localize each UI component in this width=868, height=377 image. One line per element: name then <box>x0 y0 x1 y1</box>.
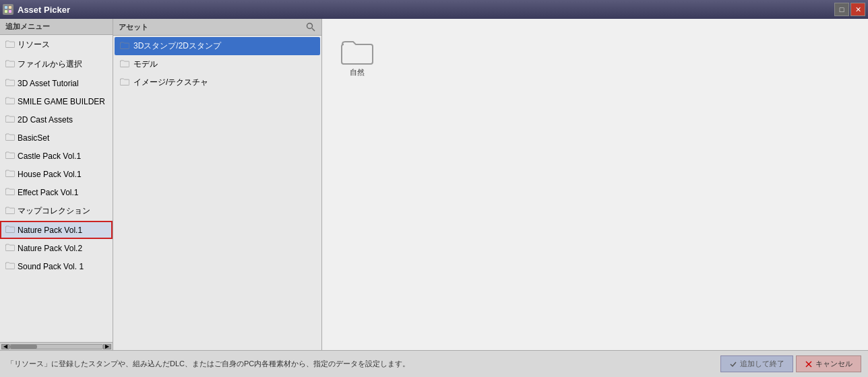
folder-icon <box>5 78 15 88</box>
scroll-left-arrow[interactable]: ◀ <box>1 344 9 349</box>
sidebar-item-resource[interactable]: リソース <box>0 35 113 55</box>
sidebar-item-from-file[interactable]: ファイルから選択 <box>0 55 113 74</box>
add-button-label: 追加して終了 <box>740 359 784 369</box>
sidebar-item-label: マップコレクション <box>18 205 90 217</box>
sidebar-item-3d-asset-tutorial[interactable]: 3D Asset Tutorial <box>0 74 113 92</box>
folder-icon <box>5 243 15 253</box>
sidebar-item-effect-pack-vol1[interactable]: Effect Pack Vol.1 <box>0 183 113 201</box>
title-controls: □ ✕ <box>834 3 865 16</box>
scrollbar-thumb[interactable] <box>10 345 37 349</box>
search-icon <box>306 22 315 32</box>
cancel-button-label: キャンセル <box>815 359 852 369</box>
title-bar: Asset Picker □ ✕ <box>0 0 868 19</box>
sidebar-item-nature-pack-vol1[interactable]: Nature Pack Vol.1 <box>0 221 113 239</box>
folder-icon <box>5 96 15 106</box>
checkmark-icon <box>729 360 737 368</box>
sidebar-item-smile-game-builder[interactable]: SMILE GAME BUILDER <box>0 92 113 110</box>
title-bar-left: Asset Picker <box>3 4 70 15</box>
folder-icon <box>5 59 15 69</box>
add-and-finish-button[interactable]: 追加して終了 <box>720 355 793 372</box>
assets-item-label: モデル <box>133 59 158 70</box>
assets-item-label: イメージ/テクスチャ <box>133 77 208 88</box>
folder-icon <box>5 40 15 50</box>
scrollbar-track[interactable] <box>9 344 103 349</box>
svg-line-5 <box>312 28 315 31</box>
sidebar-item-map-collection[interactable]: マップコレクション <box>0 201 113 221</box>
right-panel: 自然 <box>322 19 868 350</box>
app-icon <box>3 4 13 15</box>
folder-icon <box>120 59 129 69</box>
assets-panel: アセット 3Dスタンプ/2Dスタンプ モデル イメージ/テクスチャ <box>113 19 322 350</box>
sidebar-item-label: リソース <box>18 39 50 50</box>
sidebar-item-house-pack-vol1[interactable]: House Pack Vol.1 <box>0 165 113 183</box>
folder-icon <box>5 133 15 143</box>
search-button[interactable] <box>305 22 316 32</box>
folder-icon <box>5 187 15 197</box>
assets-item-image-texture[interactable]: イメージ/テクスチャ <box>115 73 320 92</box>
folder-icon <box>5 225 15 235</box>
cancel-icon <box>805 360 813 368</box>
sidebar-item-label: Nature Pack Vol.2 <box>18 244 82 253</box>
sidebar-item-label: Sound Pack Vol. 1 <box>18 262 84 271</box>
sidebar-list[interactable]: リソース ファイルから選択 3D Asset Tutorial SMILE GA… <box>0 35 113 342</box>
assets-item-label: 3Dスタンプ/2Dスタンプ <box>133 40 221 52</box>
main-container: 追加メニュー リソース ファイルから選択 3D Asset Tutorial S… <box>0 19 868 350</box>
close-button[interactable]: ✕ <box>850 3 865 16</box>
svg-rect-3 <box>9 10 11 13</box>
right-panel-item-nature-folder[interactable]: 自然 <box>336 32 379 83</box>
maximize-button[interactable]: □ <box>834 3 849 16</box>
sidebar-item-castle-pack-vol1[interactable]: Castle Pack Vol.1 <box>0 147 113 165</box>
assets-item-model[interactable]: モデル <box>115 55 320 73</box>
sidebar-header: 追加メニュー <box>0 19 113 35</box>
folder-icon <box>5 151 15 161</box>
assets-item-3d-stamp[interactable]: 3Dスタンプ/2Dスタンプ <box>115 37 320 55</box>
folder-icon <box>5 114 15 125</box>
sidebar-item-nature-pack-vol2[interactable]: Nature Pack Vol.2 <box>0 239 113 257</box>
folder-icon <box>5 261 15 271</box>
bottom-bar: 「リソース」に登録したスタンプや、組み込んだDLC、またはご自身のPC内各種素材… <box>0 350 868 377</box>
asset-item-label: 自然 <box>350 67 365 77</box>
right-panel-content: 自然 <box>336 32 855 83</box>
folder-icon <box>5 206 15 216</box>
sidebar-item-2d-cast-assets[interactable]: 2D Cast Assets <box>0 110 113 129</box>
scroll-right-arrow[interactable]: ▶ <box>103 344 111 349</box>
sidebar-item-label: House Pack Vol.1 <box>18 170 82 179</box>
svg-rect-0 <box>5 6 7 9</box>
sidebar-item-label: BasicSet <box>18 133 49 143</box>
sidebar-item-label: ファイルから選択 <box>18 59 82 70</box>
folder-icon <box>120 41 129 51</box>
sidebar-scrollbar[interactable]: ◀ ▶ <box>0 342 113 350</box>
sidebar-item-label: Effect Pack Vol.1 <box>18 188 79 197</box>
svg-point-4 <box>307 24 313 29</box>
cancel-button[interactable]: キャンセル <box>796 355 861 372</box>
folder-icon <box>5 169 15 179</box>
assets-panel-title: アセット <box>119 22 300 32</box>
window-title: Asset Picker <box>18 5 70 15</box>
svg-rect-1 <box>9 6 11 9</box>
sidebar-item-sound-pack-vol1[interactable]: Sound Pack Vol. 1 <box>0 257 113 275</box>
large-folder-icon <box>341 38 373 65</box>
bottom-info-text: 「リソース」に登録したスタンプや、組み込んだDLC、またはご自身のPC内各種素材… <box>7 359 410 369</box>
svg-rect-2 <box>5 10 7 13</box>
sidebar-item-label: 3D Asset Tutorial <box>18 79 79 88</box>
sidebar-item-label: SMILE GAME BUILDER <box>18 97 105 106</box>
assets-panel-header: アセット <box>113 19 321 36</box>
sidebar-item-label: Nature Pack Vol.1 <box>18 226 82 235</box>
sidebar-item-label: 2D Cast Assets <box>18 115 73 125</box>
assets-list[interactable]: 3Dスタンプ/2Dスタンプ モデル イメージ/テクスチャ <box>113 36 321 350</box>
folder-icon <box>120 77 129 88</box>
sidebar-item-label: Castle Pack Vol.1 <box>18 151 81 161</box>
sidebar: 追加メニュー リソース ファイルから選択 3D Asset Tutorial S… <box>0 19 113 350</box>
sidebar-item-basicset[interactable]: BasicSet <box>0 129 113 147</box>
bottom-buttons: 追加して終了 キャンセル <box>720 355 861 372</box>
